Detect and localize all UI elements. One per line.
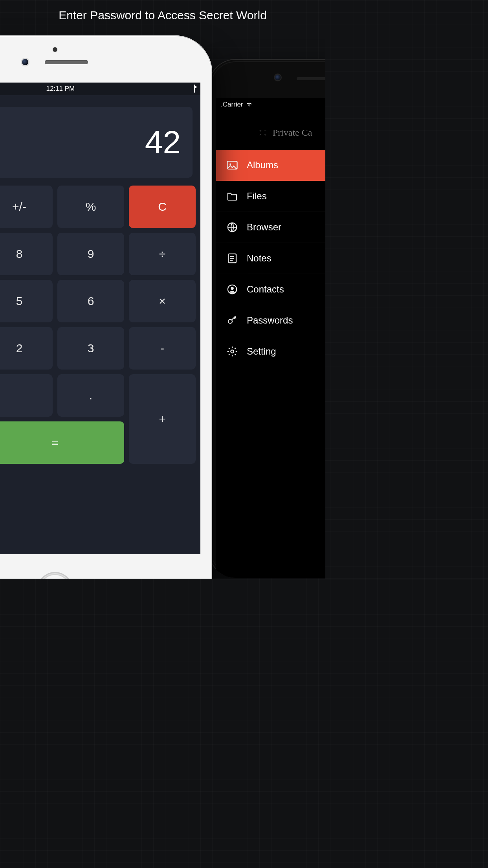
menu-label: Notes xyxy=(247,253,272,264)
menu-item-notes[interactable]: Notes xyxy=(216,243,325,274)
key-percent[interactable]: % xyxy=(57,186,124,228)
menu-item-browser[interactable]: Browser xyxy=(216,212,325,243)
menu: Albums Files Browser Notes Contacts Pass… xyxy=(216,150,325,367)
key-minus[interactable]: - xyxy=(129,327,196,370)
sensor-dot xyxy=(53,47,57,52)
note-icon xyxy=(226,252,238,264)
phone-white-screen: r 12:11 PM 42 √ +/- % C 7 8 9 ÷ xyxy=(0,83,200,554)
key-2[interactable]: 2 xyxy=(0,327,53,370)
menu-label: Files xyxy=(247,191,267,202)
status-time: 12:11 PM xyxy=(46,85,75,93)
menu-item-albums[interactable]: Albums xyxy=(216,150,325,181)
phone-white-top-cluster xyxy=(0,47,212,65)
menu-label: Setting xyxy=(247,346,276,357)
home-button[interactable] xyxy=(37,572,73,579)
menu-item-contacts[interactable]: Contacts xyxy=(216,274,325,305)
wifi-icon xyxy=(246,101,253,108)
headline: Enter Password to Access Secret World xyxy=(0,9,325,22)
folder-icon xyxy=(226,190,238,202)
key-divide[interactable]: ÷ xyxy=(129,233,196,275)
phone-white-speaker xyxy=(45,60,88,64)
key-equals[interactable]: = xyxy=(0,421,124,464)
menu-item-files[interactable]: Files xyxy=(216,181,325,212)
key-clear[interactable]: C xyxy=(129,186,196,228)
menu-label: Contacts xyxy=(247,284,284,295)
key-6[interactable]: 6 xyxy=(57,280,124,322)
menu-label: Browser xyxy=(247,222,281,233)
menu-label: Albums xyxy=(247,160,278,171)
gear-icon xyxy=(226,346,238,357)
globe-icon xyxy=(226,221,238,233)
menu-label: Passwords xyxy=(247,315,293,326)
albums-icon xyxy=(226,159,238,171)
key-0[interactable]: 0 xyxy=(0,374,53,417)
key-8[interactable]: 8 xyxy=(0,233,53,275)
key-dot[interactable]: . xyxy=(57,374,124,417)
app-title: Private Ca xyxy=(273,127,312,138)
key-9[interactable]: 9 xyxy=(57,233,124,275)
carrier-label: .Carrier xyxy=(221,101,243,108)
key-5[interactable]: 5 xyxy=(0,280,53,322)
svg-point-5 xyxy=(231,287,234,290)
svg-point-7 xyxy=(231,350,234,353)
svg-point-1 xyxy=(229,164,231,165)
phone-white-device: r 12:11 PM 42 √ +/- % C 7 8 9 ÷ xyxy=(0,35,212,579)
menu-item-setting[interactable]: Setting xyxy=(216,336,325,367)
battery-icon xyxy=(194,85,195,93)
contact-icon xyxy=(226,283,238,295)
key-sign[interactable]: +/- xyxy=(0,186,53,228)
phone-black-device: .Carrier + −× ÷ Private Ca Albums Files xyxy=(208,59,325,578)
calculator-logo-icon: + −× ÷ xyxy=(259,129,267,137)
status-bar: r 12:11 PM xyxy=(0,83,200,95)
menu-item-passwords[interactable]: Passwords xyxy=(216,305,325,336)
calculator-display: 42 xyxy=(0,107,193,178)
key-plus[interactable]: + xyxy=(129,374,196,464)
status-bar: .Carrier xyxy=(216,98,325,111)
phone-black-screen: .Carrier + −× ÷ Private Ca Albums Files xyxy=(216,98,325,578)
app-header: + −× ÷ Private Ca xyxy=(216,111,325,150)
phone-black-front-camera xyxy=(275,75,281,80)
key-icon xyxy=(226,314,238,326)
keypad: √ +/- % C 7 8 9 ÷ 4 5 6 × 1 2 3 - xyxy=(0,186,200,472)
phone-black-speaker xyxy=(297,77,325,80)
phone-white-front-camera xyxy=(22,59,28,65)
svg-point-6 xyxy=(228,320,232,324)
key-3[interactable]: 3 xyxy=(57,327,124,370)
key-multiply[interactable]: × xyxy=(129,280,196,322)
